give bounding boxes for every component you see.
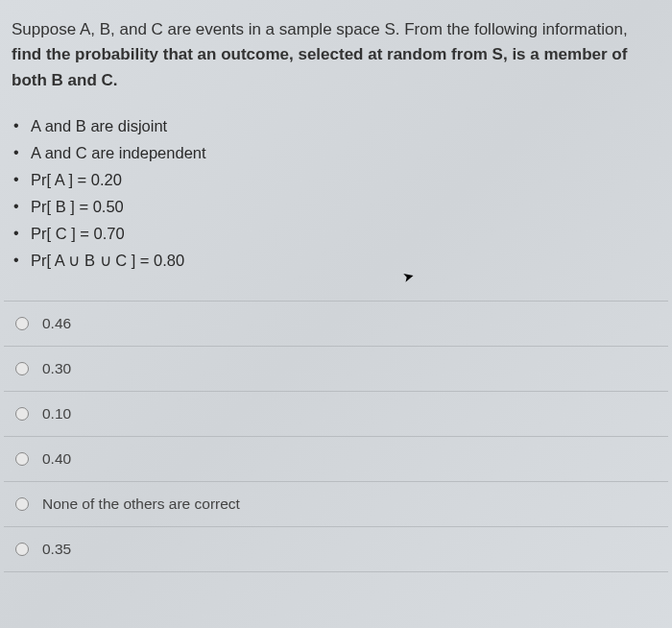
radio-icon[interactable] (15, 543, 29, 556)
option-row[interactable]: 0.35 (4, 527, 668, 572)
radio-icon[interactable] (15, 362, 29, 375)
option-row[interactable]: 0.46 (4, 302, 668, 347)
question-text: Suppose A, B, and C are events in a samp… (4, 17, 668, 93)
list-item: A and B are disjoint (12, 112, 660, 139)
question-bold: find the probability that an outcome, se… (12, 45, 627, 88)
option-row[interactable]: 0.30 (4, 347, 668, 392)
radio-icon[interactable] (15, 452, 29, 466)
list-item: A and C are independent (12, 139, 660, 166)
option-label: 0.40 (42, 450, 71, 468)
list-item: Pr[ B ] = 0.50 (12, 193, 660, 220)
radio-icon[interactable] (15, 407, 29, 421)
option-label: 0.46 (42, 315, 71, 332)
option-label: 0.35 (42, 541, 71, 558)
given-info-list: A and B are disjoint A and C are indepen… (4, 112, 668, 274)
question-intro: Suppose A, B, and C are events in a samp… (12, 20, 628, 38)
option-label: 0.10 (42, 405, 71, 423)
list-item: Pr[ A ∪ B ∪ C ] = 0.80 (12, 247, 660, 274)
list-item: Pr[ A ] = 0.20 (12, 166, 660, 193)
option-row[interactable]: 0.40 (4, 437, 668, 482)
option-label: 0.30 (42, 360, 71, 377)
option-row[interactable]: None of the others are correct (4, 482, 668, 527)
list-item: Pr[ C ] = 0.70 (12, 220, 660, 247)
option-label: None of the others are correct (42, 495, 240, 513)
answer-options: 0.46 0.30 0.10 0.40 None of the others a… (4, 301, 668, 572)
option-row[interactable]: 0.10 (4, 392, 668, 437)
radio-icon[interactable] (15, 317, 29, 330)
radio-icon[interactable] (15, 497, 29, 511)
